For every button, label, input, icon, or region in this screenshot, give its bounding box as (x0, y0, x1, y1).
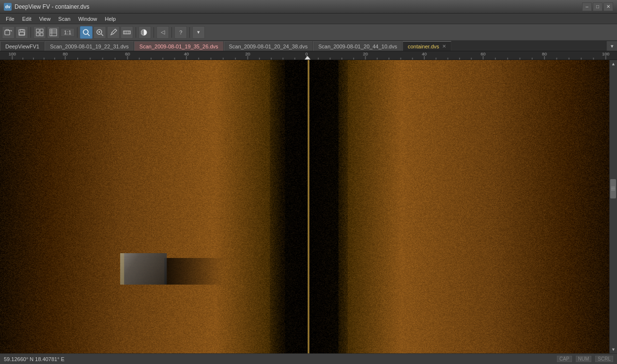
menu-bar: File Edit View Scan Window Help (0, 14, 617, 24)
toolbar-sep5 (171, 27, 172, 38)
scrl-indicator: SCRL (595, 356, 613, 362)
tab-bar: DeepViewFV1 Scan_2009-08-01_19_22_31.dvs… (0, 41, 617, 51)
tab-container[interactable]: container.dvs ✕ (402, 41, 451, 51)
toolbar-sep4 (154, 27, 154, 38)
toolbar: 1:1 ◁ (0, 24, 617, 41)
menu-scan[interactable]: Scan (54, 15, 74, 23)
svg-rect-5 (40, 29, 43, 32)
toolbar-sep1 (31, 27, 31, 38)
toolbar-save[interactable] (15, 26, 28, 39)
window-title: DeepView FV - container.dvs (15, 3, 90, 10)
toolbar-sep6 (189, 27, 190, 38)
status-bar: 59.12660° N 18.40781° E CAP NUM SCRL (0, 353, 617, 364)
scrollbar-thumb[interactable] (610, 179, 616, 198)
svg-rect-0 (5, 30, 10, 35)
app-icon: dv (4, 3, 12, 11)
tab-close-icon[interactable]: ✕ (442, 44, 446, 49)
tab-scan4[interactable]: Scan_2009-08-01_20_44_10.dvs (313, 41, 402, 51)
coordinates-display: 59.12660° N 18.40781° E (4, 356, 64, 362)
toolbar-sep3 (136, 27, 136, 38)
window-controls: – □ ✕ (582, 2, 613, 11)
toolbar-contrast[interactable] (139, 26, 151, 39)
svg-rect-4 (36, 29, 39, 32)
ruler-canvas (0, 51, 617, 60)
menu-edit[interactable]: Edit (18, 15, 35, 23)
cap-indicator: CAP (557, 356, 572, 362)
menu-help[interactable]: Help (101, 15, 120, 23)
title-left: dv DeepView FV - container.dvs (4, 3, 90, 11)
menu-file[interactable]: File (2, 15, 18, 23)
vertical-scrollbar[interactable]: ▲ ▼ (609, 60, 617, 353)
svg-rect-7 (40, 33, 43, 36)
toolbar-grid[interactable] (33, 26, 46, 39)
toolbar-back[interactable]: ◁ (156, 26, 169, 39)
svg-rect-6 (36, 33, 39, 36)
menu-window[interactable]: Window (74, 15, 101, 23)
close-button[interactable]: ✕ (603, 2, 613, 11)
scrollbar-track[interactable] (610, 68, 617, 346)
scrollbar-down-arrow[interactable]: ▼ (610, 347, 617, 352)
tab-scan2[interactable]: Scan_2009-08-01_19_35_26.dvs (134, 41, 224, 51)
grip-line (611, 188, 615, 189)
grip-line (611, 190, 615, 190)
tab-scan1[interactable]: Scan_2009-08-01_19_22_31.dvs (45, 41, 134, 51)
status-indicators: CAP NUM SCRL (557, 356, 613, 362)
ruler (0, 51, 617, 60)
num-indicator: NUM (576, 356, 592, 362)
maximize-button[interactable]: □ (593, 2, 602, 11)
svg-line-18 (112, 32, 113, 34)
svg-rect-8 (50, 29, 57, 36)
toolbar-more[interactable]: ▾ (192, 26, 205, 39)
tab-deepviewfv1[interactable]: DeepViewFV1 (0, 41, 45, 51)
svg-line-15 (101, 34, 103, 36)
main-content: ▲ ▼ (0, 60, 617, 353)
toolbar-help[interactable]: ? (174, 26, 187, 39)
svg-point-12 (83, 30, 88, 34)
menu-view[interactable]: View (35, 15, 55, 23)
toolbar-pencil[interactable] (107, 26, 120, 39)
toolbar-measure[interactable] (121, 26, 133, 39)
sonar-canvas (0, 60, 617, 353)
tab-overflow[interactable]: ▾ (606, 41, 617, 51)
zoom-label: 1:1 (61, 28, 75, 37)
toolbar-open[interactable] (2, 26, 15, 39)
svg-rect-3 (19, 32, 24, 35)
toolbar-sep2 (77, 27, 77, 38)
toolbar-grid2[interactable] (47, 26, 60, 39)
tab-scan3[interactable]: Scan_2009-08-01_20_24_38.dvs (224, 41, 313, 51)
toolbar-zoom-fit[interactable] (80, 26, 93, 39)
scrollbar-up-arrow[interactable]: ▲ (610, 61, 617, 67)
svg-line-13 (88, 34, 90, 36)
toolbar-zoom-in[interactable] (93, 26, 106, 39)
minimize-button[interactable]: – (582, 2, 592, 11)
grip-line (611, 187, 615, 187)
title-bar: dv DeepView FV - container.dvs – □ ✕ (0, 0, 617, 14)
